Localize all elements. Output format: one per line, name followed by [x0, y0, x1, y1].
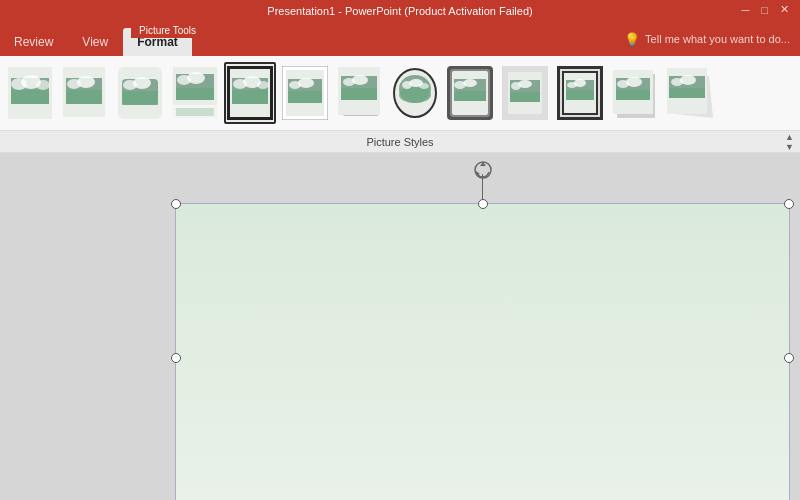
picture-style-10[interactable] [499, 62, 551, 124]
svg-rect-20 [176, 88, 214, 100]
handle-top-center[interactable] [478, 199, 488, 209]
svg-point-82 [680, 75, 696, 85]
svg-point-17 [133, 77, 151, 89]
svg-rect-41 [341, 88, 377, 100]
picture-style-7[interactable] [334, 62, 386, 124]
slide-area [0, 153, 800, 500]
ribbon-tabs: Picture Tools Review View Format 💡 Tell … [0, 22, 800, 56]
handle-top-left[interactable] [171, 199, 181, 209]
svg-rect-2 [11, 90, 49, 104]
svg-rect-54 [454, 91, 486, 101]
svg-point-5 [36, 80, 50, 90]
picture-tools-label: Picture Tools [131, 22, 204, 38]
ribbon-content [0, 56, 800, 131]
minimize-button[interactable]: ─ [739, 4, 753, 16]
handle-middle-right[interactable] [784, 353, 794, 363]
scroll-up-icon[interactable]: ▲ [785, 133, 794, 142]
svg-point-49 [419, 83, 429, 89]
handle-middle-left[interactable] [171, 353, 181, 363]
svg-rect-24 [176, 108, 214, 116]
svg-rect-15 [122, 91, 158, 105]
tab-view[interactable]: View [68, 28, 122, 56]
tell-me-input[interactable]: 💡 Tell me what you want to do... [624, 32, 790, 47]
picture-style-2[interactable] [59, 62, 111, 124]
image-placeholder [176, 204, 789, 500]
maximize-button[interactable]: □ [758, 4, 771, 16]
lightbulb-icon: 💡 [624, 32, 640, 47]
svg-point-56 [463, 79, 477, 87]
picture-style-9[interactable] [444, 62, 496, 124]
svg-rect-68 [566, 90, 594, 100]
picture-styles-label: Picture Styles [366, 136, 433, 148]
picture-style-4[interactable] [169, 62, 221, 124]
svg-point-62 [518, 80, 532, 88]
svg-point-22 [187, 72, 205, 84]
handle-top-right[interactable] [784, 199, 794, 209]
svg-point-70 [574, 79, 586, 87]
svg-rect-9 [66, 90, 102, 104]
svg-point-46 [399, 87, 431, 103]
svg-point-31 [257, 81, 269, 89]
selected-image-box[interactable] [175, 203, 790, 500]
picture-style-12[interactable] [609, 62, 661, 124]
svg-point-37 [298, 78, 314, 88]
title-bar-text: Presentation1 - PowerPoint (Product Acti… [267, 5, 532, 17]
picture-styles-label-row: Picture Styles ▲ ▼ [0, 131, 800, 153]
title-bar: Presentation1 - PowerPoint (Product Acti… [0, 0, 800, 22]
svg-point-11 [77, 76, 95, 88]
svg-rect-28 [232, 90, 268, 104]
picture-style-13[interactable] [664, 62, 716, 124]
picture-style-3[interactable] [114, 62, 166, 124]
svg-rect-80 [669, 88, 705, 98]
tab-review[interactable]: Review [0, 28, 67, 56]
close-button[interactable]: ✕ [777, 3, 792, 16]
picture-style-1[interactable] [4, 62, 56, 124]
picture-style-5[interactable] [224, 62, 276, 124]
scroll-down-icon[interactable]: ▼ [785, 143, 794, 152]
svg-rect-74 [616, 90, 650, 100]
rotate-handle[interactable] [473, 160, 493, 180]
svg-rect-60 [510, 92, 540, 102]
svg-point-43 [352, 75, 368, 85]
tell-me-bar[interactable]: 💡 Tell me what you want to do... [624, 22, 800, 56]
picture-style-6[interactable] [279, 62, 331, 124]
svg-point-76 [626, 77, 642, 87]
svg-rect-35 [288, 91, 322, 103]
picture-style-8[interactable] [389, 62, 441, 124]
picture-style-11[interactable] [554, 62, 606, 124]
tell-me-text: Tell me what you want to do... [645, 33, 790, 45]
